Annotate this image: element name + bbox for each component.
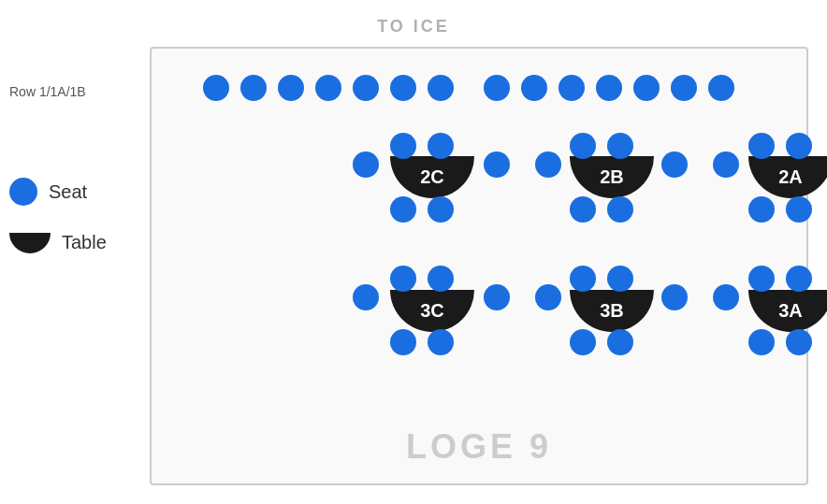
3b-seat-6[interactable]	[607, 329, 633, 355]
row-label: Row 1/1A/1B	[9, 84, 86, 99]
3b-seat-3[interactable]	[570, 266, 596, 292]
3a-seat-5[interactable]	[748, 329, 775, 355]
2b-seat-1[interactable]	[535, 151, 561, 178]
row1-seat-7[interactable]	[428, 75, 454, 101]
table-3a-label: 3A	[778, 300, 803, 322]
2a-seat-1[interactable]	[713, 151, 739, 178]
2b-seat-6[interactable]	[607, 196, 633, 223]
to-ice-label: TO ICE	[0, 17, 827, 36]
table-2b-label: 2B	[600, 166, 624, 188]
2c-seat-6[interactable]	[428, 196, 454, 223]
row1-seat-3[interactable]	[278, 75, 304, 101]
3b-seat-5[interactable]	[570, 329, 596, 355]
2b-seat-2[interactable]	[661, 151, 688, 178]
legend-seat-label: Seat	[49, 181, 87, 203]
3b-seat-4[interactable]	[607, 266, 633, 292]
legend-table-label: Table	[62, 232, 107, 253]
row1-seat-5[interactable]	[353, 75, 379, 101]
3a-seat-4[interactable]	[786, 266, 812, 292]
table-2b[interactable]: 2B	[570, 156, 654, 198]
legend-seat-icon	[9, 178, 37, 206]
legend-seat-item: Seat	[9, 178, 107, 206]
row1-seat-2[interactable]	[240, 75, 267, 101]
row1-seat-11[interactable]	[596, 75, 622, 101]
table-3b[interactable]: 3B	[570, 290, 654, 332]
legend: Seat Table	[9, 178, 107, 253]
3c-seat-6[interactable]	[428, 329, 454, 355]
2b-seat-4[interactable]	[607, 133, 633, 159]
3a-seat-3[interactable]	[748, 266, 775, 292]
table-3b-label: 3B	[600, 300, 624, 322]
loge-label: LOGE 9	[152, 427, 806, 467]
table-2c-label: 2C	[420, 166, 444, 188]
table-3c[interactable]: 3C	[390, 290, 474, 332]
row1-seat-12[interactable]	[633, 75, 660, 101]
2a-seat-6[interactable]	[786, 196, 812, 223]
legend-table-item: Table	[9, 232, 107, 253]
2b-seat-3[interactable]	[570, 133, 596, 159]
3a-seat-1[interactable]	[713, 284, 739, 310]
table-3c-label: 3C	[420, 300, 444, 322]
2c-seat-4[interactable]	[428, 133, 454, 159]
3a-seat-6[interactable]	[786, 329, 812, 355]
row1-seat-6[interactable]	[390, 75, 416, 101]
3c-seat-5[interactable]	[390, 329, 416, 355]
3c-seat-2[interactable]	[484, 284, 510, 310]
row1-seat-10[interactable]	[559, 75, 585, 101]
arena-area: LOGE 9 2C 2B 2A 3C	[150, 47, 808, 485]
3b-seat-1[interactable]	[535, 284, 561, 310]
2a-seat-3[interactable]	[748, 133, 775, 159]
3b-seat-2[interactable]	[661, 284, 688, 310]
row1-seat-1[interactable]	[203, 75, 229, 101]
row1-seat-9[interactable]	[521, 75, 547, 101]
table-3a[interactable]: 3A	[748, 290, 827, 332]
row1-seat-8[interactable]	[484, 75, 510, 101]
row1-seat-13[interactable]	[671, 75, 697, 101]
2a-seat-4[interactable]	[786, 133, 812, 159]
row1-seat-14[interactable]	[708, 75, 734, 101]
table-2a[interactable]: 2A	[748, 156, 827, 198]
2c-seat-1[interactable]	[353, 151, 379, 178]
3c-seat-1[interactable]	[353, 284, 379, 310]
2c-seat-5[interactable]	[390, 196, 416, 223]
3c-seat-3[interactable]	[390, 266, 416, 292]
2c-seat-2[interactable]	[484, 151, 510, 178]
table-2c[interactable]: 2C	[390, 156, 474, 198]
2a-seat-5[interactable]	[748, 196, 775, 223]
2b-seat-5[interactable]	[570, 196, 596, 223]
row1-seat-4[interactable]	[315, 75, 341, 101]
table-2a-label: 2A	[778, 166, 803, 188]
legend-table-icon	[9, 233, 51, 253]
3c-seat-4[interactable]	[428, 266, 454, 292]
2c-seat-3[interactable]	[390, 133, 416, 159]
